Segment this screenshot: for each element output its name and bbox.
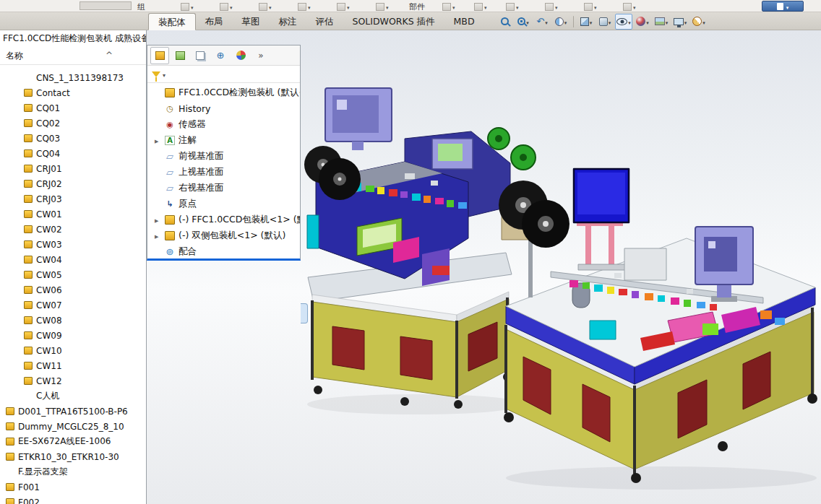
edit-appearance-icon[interactable] [634, 14, 651, 30]
tab-configurationmanager[interactable] [191, 47, 210, 64]
part-icon [6, 453, 14, 461]
name-column-header[interactable]: 名称 ^ [0, 46, 146, 65]
component-list-item[interactable]: CW11 [0, 358, 146, 373]
ribbon-tab[interactable]: SOLIDWORKS 插件 [343, 13, 444, 30]
feature-tree-item[interactable]: ▱ 前视基准面 [147, 148, 300, 164]
component-list-item[interactable]: CQ02 [0, 116, 146, 131]
section-view-icon[interactable] [552, 14, 569, 30]
component-list-item[interactable]: CW03 [0, 237, 146, 252]
toolbar-dropdown[interactable] [376, 1, 389, 12]
component-list-item[interactable]: CQ03 [0, 131, 146, 146]
component-list-item[interactable]: CRJ03 [0, 191, 146, 207]
component-list-item[interactable]: CQ01 [0, 100, 146, 116]
tab-displaymanager[interactable] [231, 47, 250, 64]
toolbar-dropdown[interactable] [181, 1, 194, 12]
ribbon-tab[interactable]: 装配体 [148, 13, 196, 30]
hide-show-items-icon[interactable] [615, 14, 632, 30]
toolbar-dropdown[interactable] [442, 1, 455, 12]
toolbar-dropdown[interactable] [584, 1, 597, 12]
part-icon [24, 286, 33, 294]
component-list-item[interactable]: CRJ01 [0, 161, 146, 176]
part-icon [6, 422, 14, 430]
chevron-down-icon [545, 17, 548, 27]
zoom-fit-icon[interactable] [496, 14, 513, 30]
panel-tabs-overflow-icon[interactable] [252, 47, 270, 64]
tree-filter-bar[interactable] [147, 66, 300, 83]
ribbon-tab[interactable]: 标注 [270, 13, 306, 30]
chevron-down-icon [594, 1, 597, 12]
ribbon-tab[interactable]: 布局 [196, 13, 233, 30]
component-list-item[interactable]: CW06 [0, 282, 146, 297]
component-list-item[interactable]: D001_TTPA16T5100-B-P6 [0, 404, 146, 419]
expand-icon[interactable] [155, 135, 158, 145]
component-list-item[interactable]: EE-SX672A线EE-1006 [0, 434, 146, 449]
feature-tree-item[interactable]: ◉ 传感器 [147, 116, 300, 132]
feature-tree-item[interactable]: ▱ 右视基准面 [147, 180, 300, 196]
part-icon [24, 134, 33, 142]
part-icon [24, 165, 33, 173]
part-icon [24, 377, 33, 385]
toolbar-icon [337, 3, 345, 11]
component-list-item[interactable]: CQ04 [0, 146, 146, 161]
component-list-item[interactable]: CW04 [0, 252, 146, 267]
view-settings-icon[interactable] [671, 14, 689, 30]
camera-icon[interactable] [690, 14, 708, 30]
expand-icon[interactable] [155, 214, 158, 225]
component-list-item[interactable]: CW02 [0, 222, 146, 237]
component-list-item[interactable]: Contact [0, 85, 146, 100]
panel-flyout-handle[interactable] [301, 303, 308, 323]
toolbar-icon [545, 3, 554, 11]
component-list-item[interactable]: F001 [0, 479, 146, 495]
component-list-item[interactable]: CW12 [0, 373, 146, 388]
component-list-item[interactable]: ETKR10_30_ETKR10-30 [0, 449, 146, 464]
feature-tree-item[interactable]: (-) FFC1.0CCD包装机<1> (默... [147, 212, 300, 227]
tab-dimxpertmanager[interactable] [211, 47, 230, 64]
feature-tree-item[interactable]: ◷ History [147, 100, 300, 116]
component-list-item[interactable]: C人机 [0, 388, 146, 404]
expand-icon[interactable] [155, 230, 158, 240]
toolbar-dropdown[interactable] [298, 1, 311, 12]
component-list-item[interactable]: CNS_1_1311398173 [0, 70, 146, 85]
component-list-item[interactable]: CW09 [0, 328, 146, 343]
component-list-item[interactable]: CRJ02 [0, 176, 146, 191]
ribbon-tab[interactable]: 草图 [233, 13, 270, 30]
view-orientation-icon[interactable] [577, 14, 595, 30]
component-list-item[interactable]: F002 [0, 495, 146, 504]
component-list-item[interactable]: CW01 [0, 207, 146, 222]
right-machine-3d[interactable] [499, 169, 817, 483]
feature-icon: ▱ [165, 168, 175, 177]
apply-scene-icon[interactable] [653, 14, 670, 30]
component-list-item[interactable]: CW07 [0, 297, 146, 313]
toolbar-dropdown[interactable] [506, 1, 519, 12]
zoom-to-area-icon[interactable] [515, 14, 532, 30]
component-list-item[interactable]: CW10 [0, 343, 146, 358]
toolbar-field[interactable] [79, 1, 132, 10]
login-button[interactable] [762, 1, 804, 12]
display-style-icon[interactable] [596, 14, 614, 30]
feature-tree-item[interactable]: (-) 双侧包装机<1> (默认) [147, 227, 300, 243]
previous-view-icon[interactable] [533, 14, 551, 30]
tab-propertymanager[interactable] [171, 47, 189, 64]
ribbon-tab[interactable]: MBD [444, 13, 484, 30]
ribbon-tab[interactable]: 评估 [306, 13, 343, 30]
feature-icon: ▱ [165, 152, 175, 161]
toolbar-separator[interactable] [573, 16, 574, 27]
component-list-item[interactable]: CW05 [0, 267, 146, 282]
chevron-down-icon [628, 17, 631, 27]
feature-tree-root[interactable]: FFC1.0CCD检测包装机 (默认<默认... [147, 84, 300, 100]
feature-tree-item[interactable]: ⊚ 配合 [147, 243, 300, 259]
chevron-down-icon [684, 17, 687, 27]
toolbar-dropdown[interactable] [337, 1, 350, 12]
component-list-item[interactable]: CW08 [0, 313, 146, 328]
component-list-item[interactable]: Dummy_MCGLC25_8_10 [0, 419, 146, 434]
component-list-item[interactable]: F.显示器支架 [0, 464, 146, 479]
toolbar-dropdown[interactable] [259, 1, 272, 12]
toolbar-dropdown[interactable] [623, 1, 636, 12]
toolbar-dropdown[interactable] [220, 1, 233, 12]
feature-tree-item[interactable]: ↳ 原点 [147, 196, 300, 212]
toolbar-dropdown[interactable] [545, 1, 558, 12]
feature-tree-item[interactable]: ▱ 上视基准面 [147, 164, 300, 180]
tab-featuremanager-tree[interactable] [150, 47, 169, 64]
toolbar-dropdown[interactable] [474, 1, 487, 12]
feature-tree-item[interactable]: A 注解 [147, 132, 300, 148]
